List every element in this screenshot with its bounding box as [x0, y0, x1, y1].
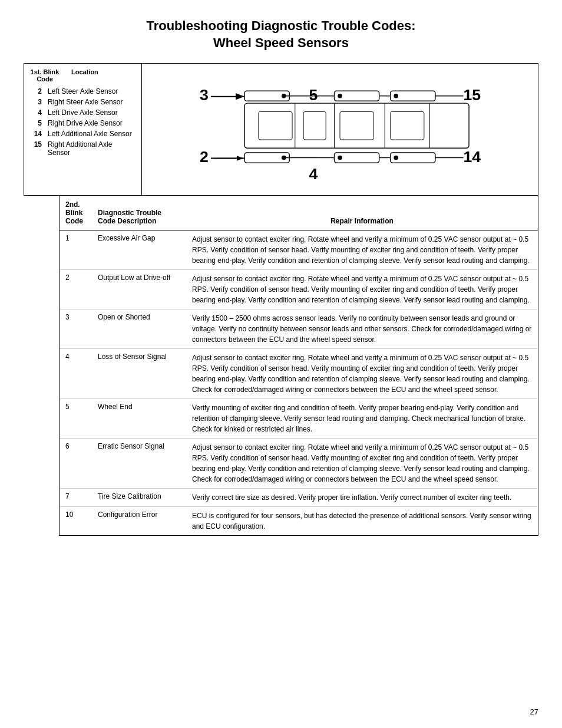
- svg-text:5: 5: [309, 87, 318, 104]
- svg-text:15: 15: [464, 87, 481, 104]
- blink-header: 1st. BlinkCode Location: [30, 68, 135, 83]
- repair-info: Verify mounting of exciter ring and cond…: [186, 399, 538, 439]
- header-dtc-desc: Diagnostic TroubleCode Description: [92, 196, 186, 230]
- dtc-description: Configuration Error: [92, 507, 186, 536]
- detail-table-header: 2nd.BlinkCode Diagnostic TroubleCode Des…: [59, 196, 538, 230]
- svg-point-5: [282, 94, 286, 98]
- repair-info: Adjust sensor to contact exciter ring. R…: [186, 349, 538, 399]
- svg-rect-15: [391, 112, 424, 140]
- dtc-description: Open or Shorted: [92, 309, 186, 349]
- blink-location: Right Additional Axle Sensor: [48, 140, 135, 157]
- svg-rect-14: [340, 112, 373, 140]
- diagram-area: 3 5 15: [142, 64, 538, 195]
- table-row: 5 Wheel End Verify mounting of exciter r…: [59, 399, 538, 439]
- page-number: 27: [530, 707, 538, 716]
- svg-point-10: [394, 94, 398, 98]
- title-line1: Troubleshooting Diagnostic Trouble Codes…: [146, 18, 415, 33]
- svg-text:2: 2: [200, 148, 209, 166]
- dtc-description: Erratic Sensor Signal: [92, 439, 186, 489]
- header-2nd-blink: 2nd.BlinkCode: [59, 196, 92, 230]
- blink-row: 2 Left Steer Axle Sensor: [30, 87, 135, 95]
- blink-row: 5 Right Drive Axle Sensor: [30, 119, 135, 127]
- blink-code-table: 1st. BlinkCode Location 2 Left Steer Axl…: [24, 64, 142, 195]
- blink-location: Right Steer Axle Sensor: [48, 98, 123, 106]
- dtc-code: 5: [59, 399, 92, 439]
- blink-rows: 2 Left Steer Axle Sensor 3 Right Steer A…: [30, 87, 135, 157]
- svg-rect-12: [259, 112, 292, 140]
- blink-code-num: 2: [30, 87, 42, 95]
- dtc-description: Loss of Sensor Signal: [92, 349, 186, 399]
- repair-info: ECU is configured for four sensors, but …: [186, 507, 538, 536]
- dtc-code: 2: [59, 270, 92, 309]
- detail-rows-body: 1 Excessive Air Gap Adjust sensor to con…: [59, 230, 538, 536]
- table-row: 6 Erratic Sensor Signal Adjust sensor to…: [59, 439, 538, 489]
- blink-code-num: 4: [30, 108, 42, 117]
- dtc-code: 4: [59, 349, 92, 399]
- dtc-description: Wheel End: [92, 399, 186, 439]
- table-row: 10 Configuration Error ECU is configured…: [59, 507, 538, 536]
- table-row: 7 Tire Size Calibration Verify correct t…: [59, 489, 538, 507]
- page-title: Troubleshooting Diagnostic Trouble Codes…: [24, 18, 538, 51]
- table-row: 4 Loss of Sensor Signal Adjust sensor to…: [59, 349, 538, 399]
- table-row: 1 Excessive Air Gap Adjust sensor to con…: [59, 230, 538, 270]
- svg-text:14: 14: [464, 148, 481, 166]
- blink-code-num: 5: [30, 119, 42, 127]
- detail-section: 2nd.BlinkCode Diagnostic TroubleCode Des…: [59, 196, 538, 536]
- blink-location: Left Additional Axle Sensor: [48, 130, 132, 138]
- blink-row: 14 Left Additional Axle Sensor: [30, 130, 135, 138]
- repair-info: Verify 1500 – 2500 ohms across sensor le…: [186, 309, 538, 349]
- blink-location: Left Steer Axle Sensor: [48, 87, 118, 95]
- dtc-description: Output Low at Drive-off: [92, 270, 186, 309]
- svg-rect-11: [244, 103, 469, 148]
- title-line2: Wheel Speed Sensors: [213, 35, 349, 50]
- top-section: 1st. BlinkCode Location 2 Left Steer Axl…: [24, 63, 538, 196]
- page-container: Troubleshooting Diagnostic Trouble Codes…: [0, 0, 562, 728]
- dtc-code: 1: [59, 230, 92, 270]
- dtc-description: Excessive Air Gap: [92, 230, 186, 270]
- svg-rect-13: [303, 112, 326, 140]
- blink-code-num: 3: [30, 98, 42, 106]
- dtc-code: 3: [59, 309, 92, 349]
- blink-row: 15 Right Additional Axle Sensor: [30, 140, 135, 157]
- blink-location: Right Drive Axle Sensor: [48, 119, 123, 127]
- svg-point-25: [282, 156, 286, 160]
- blink-location: Left Drive Axle Sensor: [48, 108, 118, 117]
- blink-code-num: 14: [30, 130, 42, 138]
- blink-row: 4 Left Drive Axle Sensor: [30, 108, 135, 117]
- dtc-code: 7: [59, 489, 92, 507]
- blink-code-num: 15: [30, 140, 42, 149]
- svg-text:4: 4: [309, 165, 318, 183]
- header-repair-info: Repair Information: [186, 196, 538, 230]
- axle-diagram: 3 5 15: [148, 70, 532, 187]
- dtc-description: Tire Size Calibration: [92, 489, 186, 507]
- table-row: 2 Output Low at Drive-off Adjust sensor …: [59, 270, 538, 309]
- repair-info: Adjust sensor to contact exciter ring. R…: [186, 270, 538, 309]
- svg-point-28: [338, 156, 342, 160]
- dtc-code: 10: [59, 507, 92, 536]
- svg-point-8: [338, 94, 342, 98]
- repair-info: Adjust sensor to contact exciter ring. R…: [186, 439, 538, 489]
- svg-text:3: 3: [200, 87, 209, 104]
- detail-table: 2nd.BlinkCode Diagnostic TroubleCode Des…: [59, 196, 538, 535]
- header-location: Location: [71, 68, 98, 83]
- repair-info: Verify correct tire size as desired. Ver…: [186, 489, 538, 507]
- header-blink-code: 1st. BlinkCode: [30, 68, 59, 83]
- repair-info: Adjust sensor to contact exciter ring. R…: [186, 230, 538, 270]
- dtc-code: 6: [59, 439, 92, 489]
- blink-row: 3 Right Steer Axle Sensor: [30, 98, 135, 106]
- table-row: 3 Open or Shorted Verify 1500 – 2500 ohm…: [59, 309, 538, 349]
- svg-point-30: [394, 156, 398, 160]
